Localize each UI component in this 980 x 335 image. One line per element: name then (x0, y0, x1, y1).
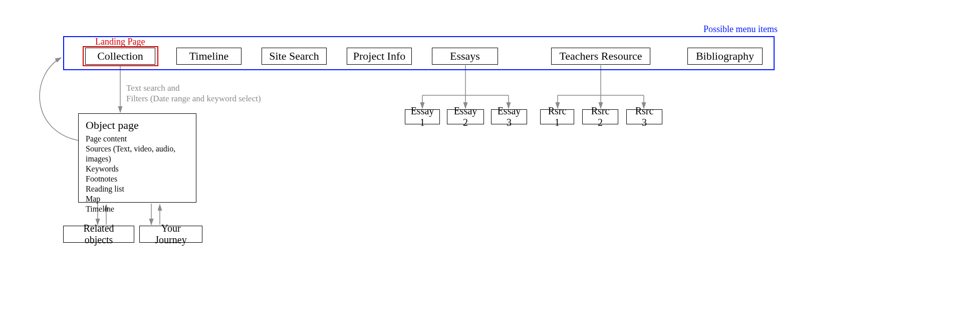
menu-essays-label: Essays (450, 50, 480, 63)
your-journey-box: Your Journey (139, 226, 202, 243)
object-page-box: Object page Page content Sources (Text, … (78, 113, 196, 203)
menu-site-search-label: Site Search (269, 50, 319, 63)
rsrc-3-label: Rsrc 3 (632, 105, 657, 128)
menu-frame-label: Possible menu items (703, 24, 778, 35)
filters-note: Text search and Filters (Date range and … (126, 83, 261, 104)
essay-2-box: Essay 2 (447, 109, 484, 124)
essay-2-label: Essay 2 (452, 105, 478, 128)
rsrc-3-box: Rsrc 3 (626, 109, 662, 124)
rsrc-1-box: Rsrc 1 (540, 109, 574, 124)
object-page-item: Keywords (86, 164, 189, 174)
menu-frame (63, 36, 775, 70)
object-page-item: Reading list (86, 184, 189, 194)
object-page-item: Timeline (86, 204, 189, 214)
rsrc-2-label: Rsrc 2 (588, 105, 613, 128)
related-objects-box: Related objects (63, 226, 134, 243)
menu-collection-label: Collection (97, 50, 143, 63)
menu-bibliography[interactable]: Bibliography (687, 48, 763, 65)
diagram-stage: Possible menu items Landing Page Collect… (0, 0, 980, 335)
object-page-item: Footnotes (86, 174, 189, 184)
menu-project-info[interactable]: Project Info (347, 48, 412, 65)
menu-timeline-label: Timeline (189, 50, 229, 63)
rsrc-2-box: Rsrc 2 (582, 109, 618, 124)
object-page-item: Page content (86, 134, 189, 144)
your-journey-label: Your Journey (145, 223, 197, 246)
essay-1-box: Essay 1 (405, 109, 440, 124)
menu-teachers-resource-label: Teachers Resource (559, 50, 642, 63)
object-page-item: Sources (Text, video, audio, images) (86, 144, 189, 164)
object-page-item: Map (86, 194, 189, 204)
essay-3-label: Essay 3 (497, 105, 522, 128)
menu-collection[interactable]: Collection (85, 48, 155, 65)
rsrc-1-label: Rsrc 1 (546, 105, 569, 128)
menu-site-search[interactable]: Site Search (262, 48, 327, 65)
essay-1-label: Essay 1 (410, 105, 434, 128)
filters-note-line1: Text search and (126, 83, 261, 93)
object-page-title: Object page (86, 119, 189, 132)
menu-essays[interactable]: Essays (432, 48, 498, 65)
landing-page-label: Landing Page (95, 37, 145, 47)
filters-note-line2: Filters (Date range and keyword select) (126, 93, 261, 104)
menu-timeline[interactable]: Timeline (176, 48, 241, 65)
menu-teachers-resource[interactable]: Teachers Resource (551, 48, 650, 65)
menu-bibliography-label: Bibliography (696, 50, 754, 63)
related-objects-label: Related objects (69, 223, 129, 246)
essay-3-box: Essay 3 (491, 109, 527, 124)
menu-project-info-label: Project Info (353, 50, 405, 63)
